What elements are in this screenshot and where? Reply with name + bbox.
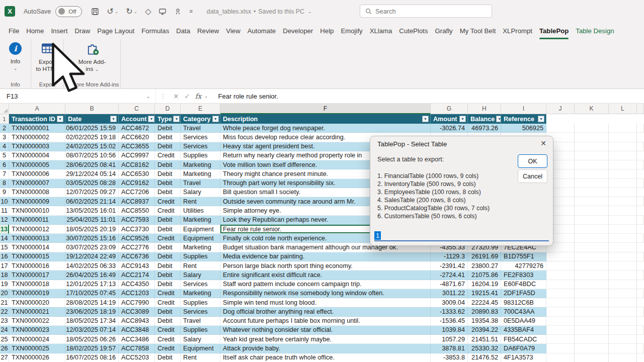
cell[interactable]: TXN0000002 bbox=[9, 133, 65, 142]
cell[interactable]: TXN0000005 bbox=[9, 160, 65, 169]
row-header[interactable]: 15 bbox=[0, 243, 9, 252]
cell[interactable] bbox=[546, 298, 575, 307]
cell[interactable]: -3026.74 bbox=[431, 124, 468, 133]
row-header[interactable]: 14 bbox=[0, 234, 9, 243]
tab-emojify[interactable]: Emojify bbox=[337, 23, 366, 39]
row-header[interactable]: 21 bbox=[0, 298, 9, 307]
cell[interactable]: Debit bbox=[155, 261, 181, 270]
tab-my-tool-belt[interactable]: My Tool Belt bbox=[456, 23, 500, 39]
cell[interactable]: Travel bbox=[181, 317, 220, 326]
cell[interactable]: 16204.19 bbox=[468, 280, 501, 289]
cell[interactable] bbox=[575, 353, 609, 362]
cell[interactable]: Supplies bbox=[181, 326, 220, 335]
tab-view[interactable]: View bbox=[222, 23, 244, 39]
table-number-input[interactable]: 1 bbox=[374, 229, 549, 241]
column-header-c[interactable]: C bbox=[119, 104, 155, 114]
cell[interactable]: TXN0000012 bbox=[9, 225, 65, 234]
cell[interactable] bbox=[575, 188, 609, 197]
cell[interactable] bbox=[609, 188, 637, 197]
column-header-h[interactable]: H bbox=[468, 104, 501, 114]
cell[interactable]: ACC7593 bbox=[119, 216, 155, 225]
cell[interactable]: Debit bbox=[155, 270, 181, 280]
cell[interactable]: Debit bbox=[155, 353, 181, 362]
cell[interactable] bbox=[609, 225, 637, 234]
row-header[interactable]: 24 bbox=[0, 326, 9, 335]
cell[interactable]: 12/07/2025 09:27 bbox=[65, 188, 119, 197]
table-header-cell[interactable]: Description▼ bbox=[220, 114, 431, 124]
cell[interactable]: 08/07/2025 10:56 bbox=[65, 151, 119, 160]
cell[interactable]: 20394.22 bbox=[468, 326, 501, 335]
cell[interactable]: TXN0000006 bbox=[9, 169, 65, 178]
chevron-down-icon[interactable]: ⌄ bbox=[204, 94, 208, 99]
select-all-corner[interactable] bbox=[0, 104, 9, 114]
table-header-cell[interactable]: Amount▼ bbox=[431, 114, 468, 124]
cell[interactable]: TXN0000013 bbox=[9, 234, 65, 243]
cell[interactable] bbox=[575, 326, 609, 335]
cell[interactable] bbox=[609, 252, 637, 261]
filter-icon[interactable]: ▼ bbox=[538, 116, 544, 122]
more-addins-button[interactable]: More Add- ins ⌄ bbox=[64, 42, 120, 72]
cell[interactable]: Salary bbox=[181, 188, 220, 197]
tab-table-design[interactable]: Table Design bbox=[572, 23, 617, 39]
cell[interactable]: ACC3089 bbox=[119, 307, 155, 316]
cell[interactable]: 3009.04 bbox=[431, 298, 468, 307]
cell[interactable]: Debit bbox=[155, 252, 181, 261]
filter-icon[interactable]: ▼ bbox=[148, 116, 154, 122]
tab-review[interactable]: Review bbox=[194, 23, 222, 39]
tab-xlprompt[interactable]: XLPrompt bbox=[499, 23, 536, 39]
cell[interactable]: Staff word pattern include concern campa… bbox=[220, 280, 431, 289]
cell[interactable]: Debit bbox=[155, 216, 181, 225]
cell[interactable]: 2DF1FA5D bbox=[501, 289, 546, 298]
cell[interactable]: 14/02/2025 06:33 bbox=[65, 261, 119, 270]
cell[interactable] bbox=[609, 133, 637, 142]
cell[interactable]: 28/08/2025 14:19 bbox=[65, 298, 119, 307]
row-header[interactable]: 26 bbox=[0, 344, 9, 353]
accessibility-button[interactable] bbox=[173, 5, 183, 18]
cell[interactable]: TXN0000008 bbox=[9, 188, 65, 197]
row-header[interactable]: 1 bbox=[0, 114, 9, 124]
name-box[interactable]: F13 ⌄ bbox=[0, 89, 156, 103]
tab-draw[interactable]: Draw bbox=[71, 23, 94, 39]
cell[interactable]: ACC6736 bbox=[119, 252, 155, 261]
cell[interactable] bbox=[575, 151, 609, 160]
row-header[interactable]: 8 bbox=[0, 179, 9, 188]
table-header-cell[interactable]: Type▼ bbox=[155, 114, 181, 124]
row-header[interactable]: 19 bbox=[0, 280, 9, 289]
cell[interactable] bbox=[575, 206, 609, 215]
column-header-f[interactable]: F bbox=[220, 104, 431, 114]
cell[interactable]: ACC2776 bbox=[119, 243, 155, 252]
cell[interactable] bbox=[575, 225, 609, 234]
cell[interactable]: Simple win tend must long blood. bbox=[220, 298, 431, 307]
cell[interactable]: 26/04/2025 16:49 bbox=[65, 270, 119, 280]
cell[interactable]: 18/02/2025 19:57 bbox=[65, 344, 119, 353]
cell[interactable]: Whole peace forget dog newspaper. bbox=[220, 124, 431, 133]
cell[interactable] bbox=[575, 124, 609, 133]
cell[interactable]: 18/05/2025 20:19 bbox=[65, 225, 119, 234]
cell[interactable]: ACC3730 bbox=[119, 225, 155, 234]
cell[interactable]: -1129.3 bbox=[431, 252, 468, 261]
cell[interactable] bbox=[575, 160, 609, 169]
tab-xllama[interactable]: XLlama bbox=[366, 23, 396, 39]
cell[interactable]: 506925 bbox=[501, 124, 546, 133]
cell[interactable]: Supplies bbox=[181, 151, 220, 160]
tab-help[interactable]: Help bbox=[316, 23, 337, 39]
cell[interactable]: 13/05/2025 16:01 bbox=[65, 206, 119, 215]
column-header-a[interactable]: A bbox=[9, 104, 65, 114]
cell[interactable]: ACC3848 bbox=[119, 326, 155, 335]
ok-button[interactable]: OK bbox=[518, 154, 547, 168]
cell[interactable] bbox=[575, 280, 609, 289]
cell[interactable]: 21476.52 bbox=[468, 353, 501, 362]
cell[interactable] bbox=[609, 234, 637, 243]
cell[interactable]: Services bbox=[181, 142, 220, 151]
cell[interactable] bbox=[575, 252, 609, 261]
cell[interactable]: 4F1A3573 bbox=[501, 353, 546, 362]
table-header-cell[interactable]: Transaction ID▼ bbox=[9, 114, 65, 124]
cell[interactable]: ACC9162 bbox=[119, 179, 155, 188]
row-header[interactable]: 10 bbox=[0, 197, 9, 206]
cell[interactable]: Marketing bbox=[181, 243, 220, 252]
undo-button[interactable]: ↺⌄ bbox=[106, 5, 119, 18]
cell[interactable]: ACC1203 bbox=[119, 289, 155, 298]
cell[interactable] bbox=[546, 114, 575, 124]
cell[interactable]: Credit bbox=[155, 289, 181, 298]
cell[interactable]: ACC7990 bbox=[119, 298, 155, 307]
